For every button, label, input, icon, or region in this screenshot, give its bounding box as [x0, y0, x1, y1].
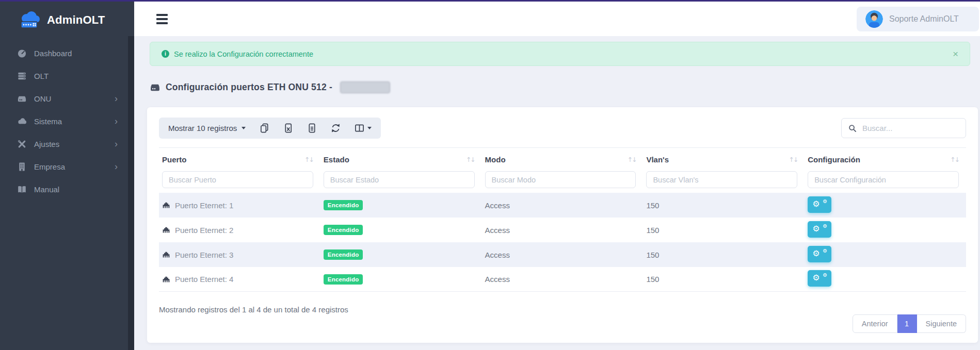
sort-icon[interactable]: ↑↓: [950, 156, 959, 163]
column-header-modo[interactable]: Modo ↑↓: [482, 155, 644, 164]
port-name: Puerto Eternet: 3: [175, 251, 233, 259]
columns-icon: [355, 123, 364, 133]
brand[interactable]: AdminOLT: [0, 2, 134, 39]
table-card: Mostrar 10 registros: [147, 107, 978, 343]
page-length-label: Mostrar 10 registros: [168, 124, 237, 132]
book-icon: [17, 185, 27, 194]
column-header-estado[interactable]: Estado ↑↓: [320, 155, 482, 164]
sidebar-item-olt[interactable]: OLT: [0, 64, 134, 87]
chevron-right-icon: ›: [115, 116, 118, 126]
alert-message: Se realizo la Configuración correctament…: [174, 50, 313, 58]
sidebar-toggle-button[interactable]: [156, 12, 168, 26]
port-name: Puerto Eternet: 2: [175, 226, 233, 235]
copy-icon: [260, 123, 269, 133]
success-alert: i Se realizo la Configuración correctame…: [150, 42, 970, 66]
card-toolbar: Mostrar 10 registros: [159, 118, 966, 139]
pagination: Anterior 1 Siguiente: [853, 314, 966, 333]
router-icon: [17, 94, 27, 104]
sidebar-item-label: Manual: [34, 185, 59, 194]
column-header-vlans[interactable]: Vlan's ↑↓: [643, 155, 805, 164]
reload-button[interactable]: [331, 123, 341, 133]
filter-input-configuracion[interactable]: [808, 171, 959, 188]
sidebar-item-label: Ajustes: [34, 140, 59, 148]
pagination-next[interactable]: Siguiente: [917, 314, 966, 333]
refresh-icon: [331, 123, 341, 133]
hamburger-icon: [156, 14, 168, 24]
cogs-icon: ⚙: [812, 274, 820, 282]
pagination-prev[interactable]: Anterior: [853, 314, 897, 333]
status-badge: Encendido: [324, 249, 363, 260]
file-text-icon: [307, 123, 317, 133]
page-length-dropdown[interactable]: Mostrar 10 registros: [168, 124, 246, 132]
excel-export-button[interactable]: [283, 123, 293, 133]
sidebar-item-ajustes[interactable]: Ajustes ›: [0, 132, 134, 155]
sidebar-item-dashboard[interactable]: Dashboard: [0, 42, 134, 64]
page-title: Configuración puertos ETH ONU 512 -: [166, 82, 332, 93]
port-mode: Access: [482, 201, 644, 210]
sidebar-item-manual[interactable]: Manual: [0, 178, 134, 201]
table-row: Puerto Eternet: 4 Encendido Access 150 ⚙…: [159, 267, 966, 292]
sort-icon[interactable]: ↑↓: [466, 156, 475, 163]
main-content: i Se realizo la Configuración correctame…: [134, 36, 980, 350]
sort-icon[interactable]: ↑↓: [789, 156, 797, 163]
user-menu[interactable]: Soporte AdminOLT: [857, 7, 979, 31]
configure-port-button[interactable]: ⚙ ⚙: [808, 196, 831, 213]
top-header: Soporte AdminOLT: [134, 2, 980, 36]
search-icon: [848, 124, 857, 132]
sidebar-item-label: Empresa: [34, 162, 65, 171]
table-search[interactable]: [841, 118, 966, 138]
cogs-icon: ⚙: [812, 249, 820, 258]
cloud-router-logo-icon: [19, 11, 42, 29]
device-icon: [150, 82, 160, 93]
card-footer: Mostrando registros del 1 al 4 de un tot…: [159, 305, 966, 333]
redacted-device-name: [340, 81, 390, 93]
filter-input-modo[interactable]: [485, 171, 636, 188]
sidebar-item-sistema[interactable]: Sistema ›: [0, 110, 134, 132]
file-export-button[interactable]: [307, 123, 317, 133]
info-icon: i: [162, 50, 169, 58]
user-avatar: [865, 10, 883, 28]
sidebar-item-label: Dashboard: [34, 49, 72, 58]
ethernet-icon: [162, 226, 170, 234]
sort-icon[interactable]: ↑↓: [627, 156, 636, 163]
configure-port-button[interactable]: ⚙ ⚙: [808, 246, 831, 262]
port-name: Puerto Eternet: 4: [175, 275, 233, 284]
sidebar-item-label: OLT: [34, 72, 49, 80]
chevron-right-icon: ›: [115, 139, 118, 148]
port-mode: Access: [482, 275, 644, 284]
sort-icon[interactable]: ↑↓: [304, 156, 313, 163]
ethernet-icon: [162, 201, 170, 209]
table-row: Puerto Eternet: 1 Encendido Access 150 ⚙…: [159, 193, 966, 218]
page-title-row: Configuración puertos ETH ONU 512 -: [150, 81, 965, 93]
pagination-page-1[interactable]: 1: [897, 314, 917, 333]
port-name: Puerto Eternet: 1: [175, 201, 233, 210]
building-icon: [17, 162, 27, 172]
sidebar-item-onu[interactable]: ONU ›: [0, 87, 134, 110]
port-vlan: 150: [643, 201, 805, 210]
sidebar-item-empresa[interactable]: Empresa ›: [0, 155, 134, 178]
filter-input-vlans[interactable]: [646, 171, 797, 188]
tools-icon: [17, 139, 27, 149]
port-vlan: 150: [643, 251, 805, 259]
search-input[interactable]: [862, 124, 959, 132]
copy-button[interactable]: [260, 123, 269, 133]
table-filter-row: [159, 171, 966, 188]
cloud-icon: [17, 116, 27, 126]
sidebar-scrollbar[interactable]: [128, 36, 134, 350]
filter-input-estado[interactable]: [324, 171, 475, 188]
column-visibility-button[interactable]: [355, 123, 372, 133]
cogs-icon: ⚙: [812, 225, 820, 233]
table-header-row: Puerto ↑↓ Estado ↑↓ Modo ↑↓ Vlan's ↑↓ Co…: [159, 148, 966, 170]
alert-close-button[interactable]: ×: [953, 49, 958, 59]
status-badge: Encendido: [324, 200, 363, 210]
top-accent-strip: [0, 0, 980, 2]
configure-port-button[interactable]: ⚙ ⚙: [808, 270, 831, 287]
server-stack-icon: [17, 71, 27, 81]
configure-port-button[interactable]: ⚙ ⚙: [808, 221, 831, 238]
sidebar-item-label: ONU: [34, 94, 51, 103]
filter-input-puerto[interactable]: [162, 171, 313, 188]
table-toolbar: Mostrar 10 registros: [159, 118, 381, 139]
gauge-icon: [17, 48, 27, 58]
column-header-configuracion[interactable]: Configuración ↑↓: [805, 155, 966, 164]
column-header-puerto[interactable]: Puerto ↑↓: [159, 155, 320, 164]
